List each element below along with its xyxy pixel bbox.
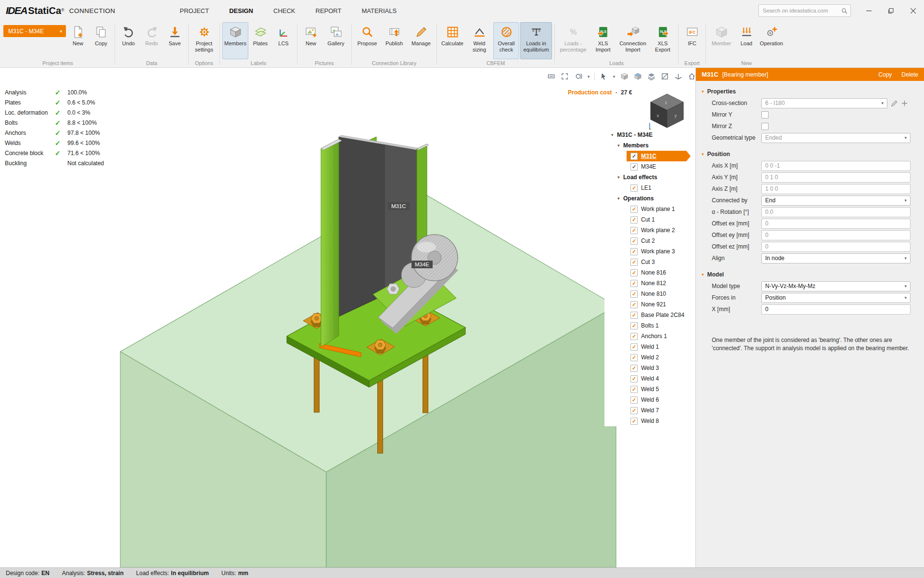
section-position[interactable]: ▾ Position	[702, 151, 924, 158]
menu-tab[interactable]: DESIGN	[221, 4, 261, 18]
edit-icon[interactable]	[891, 100, 898, 107]
tree-item-operation[interactable]: ✓ None 921	[604, 299, 695, 310]
property-input[interactable]: 0 0 -1	[761, 161, 911, 171]
plates-labels-toggle[interactable]: Plates	[249, 22, 271, 59]
menu-tab[interactable]: CHECK	[266, 4, 303, 18]
orbit-icon[interactable]	[573, 71, 584, 82]
visibility-checkbox[interactable]: ✓	[630, 259, 638, 266]
tree-item-member[interactable]: ✓ M34E	[604, 161, 695, 172]
visibility-checkbox[interactable]: ✓	[630, 206, 638, 213]
visibility-checkbox[interactable]: ✓	[630, 163, 638, 171]
visibility-checkbox[interactable]: ✓	[630, 269, 638, 276]
close-button[interactable]	[902, 0, 924, 21]
new-member-button[interactable]: Member	[708, 22, 734, 59]
section-plane-icon[interactable]	[659, 71, 670, 82]
tree-item-operation[interactable]: ✓ Anchors 1	[604, 331, 695, 342]
ifc-export-button[interactable]: IFC IFC	[681, 22, 703, 59]
visibility-checkbox[interactable]: ✓	[630, 396, 638, 404]
menu-tab[interactable]: PROJECT	[172, 4, 217, 18]
tree-item-operation[interactable]: ✓ None 810	[604, 289, 695, 299]
select-mode-icon[interactable]	[598, 71, 609, 82]
menu-tab[interactable]: MATERIALS	[354, 4, 404, 18]
axes-icon[interactable]	[673, 71, 684, 82]
tree-item-operation[interactable]: ✓ Bolts 1	[604, 320, 695, 331]
visibility-checkbox[interactable]: ✓	[630, 333, 638, 340]
property-checkbox[interactable]	[761, 111, 769, 118]
expander-icon[interactable]: ▾	[617, 196, 623, 201]
orbit-caret-icon[interactable]: ▾	[586, 74, 591, 79]
tree-item-operation[interactable]: ✓ Weld 3	[604, 363, 695, 373]
new-picture-button[interactable]: New	[300, 22, 322, 59]
propose-button[interactable]: Propose	[354, 22, 380, 59]
tree-section-load-effects[interactable]: ▾ Load effects	[604, 172, 695, 183]
visibility-checkbox[interactable]: ✓	[630, 237, 638, 245]
visibility-checkbox[interactable]: ✓	[630, 312, 638, 319]
visibility-checkbox[interactable]: ✓	[630, 343, 638, 351]
xls-import-button[interactable]: XLS Import	[590, 22, 616, 59]
save-button[interactable]: Save	[164, 22, 186, 59]
property-select[interactable]: End▾	[761, 196, 911, 206]
visibility-checkbox[interactable]: ✓	[630, 227, 638, 234]
new-load-button[interactable]: Load	[735, 22, 757, 59]
copy-member-button[interactable]: Copy	[878, 71, 892, 78]
joint-selector[interactable]: M31C - M34E ▾	[3, 25, 66, 37]
property-select[interactable]: In node▾	[761, 253, 911, 263]
visibility-checkbox[interactable]: ✓	[630, 418, 638, 425]
loads-percentage-button[interactable]: % Loads - percentage	[557, 22, 589, 59]
new-project-item-button[interactable]: New	[67, 22, 89, 59]
search-input[interactable]	[762, 7, 841, 14]
tree-item-operation[interactable]: ✓ Weld 4	[604, 373, 695, 384]
tree-item-operation[interactable]: ✓ Cut 3	[604, 257, 695, 267]
visibility-checkbox[interactable]: ✓	[630, 153, 638, 160]
visibility-checkbox[interactable]: ✓	[630, 354, 638, 361]
project-settings-button[interactable]: Project settings	[191, 22, 217, 59]
tree-item-member[interactable]: ✓ M31C	[627, 151, 691, 161]
tree-item-operation[interactable]: ✓ Weld 8	[604, 416, 695, 426]
visibility-checkbox[interactable]: ✓	[630, 407, 638, 414]
section-model[interactable]: ▾ Model	[702, 271, 924, 278]
tree-item-operation[interactable]: ✓ Cut 1	[604, 214, 695, 225]
delete-member-button[interactable]: Delete	[901, 71, 918, 78]
visibility-checkbox[interactable]: ✓	[630, 375, 638, 382]
tree-root[interactable]: ▾ M31C - M34E	[604, 130, 695, 140]
visibility-checkbox[interactable]: ✓	[630, 184, 638, 192]
tree-item-operation[interactable]: ✓ Base Plate 2C84	[604, 310, 695, 320]
menu-tab[interactable]: REPORT	[308, 4, 349, 18]
expander-icon[interactable]: ▾	[611, 132, 617, 137]
tree-item-operation[interactable]: ✓ Weld 1	[604, 342, 695, 352]
expander-icon[interactable]: ▾	[617, 175, 623, 180]
tree-item-load-effect[interactable]: ✓ LE1	[604, 183, 695, 193]
redo-button[interactable]: Redo	[141, 22, 163, 59]
minimize-button[interactable]	[858, 0, 880, 21]
tree-item-operation[interactable]: ✓ Work plane 3	[604, 246, 695, 257]
manage-button[interactable]: Manage	[408, 22, 434, 59]
property-input[interactable]: 1 0 0	[761, 184, 911, 194]
property-input[interactable]: 0	[761, 242, 911, 252]
weld-sizing-button[interactable]: Weld sizing	[466, 22, 492, 59]
tree-item-operation[interactable]: ✓ Weld 2	[604, 352, 695, 363]
tree-item-operation[interactable]: ✓ None 816	[604, 267, 695, 278]
tree-item-operation[interactable]: ✓ Weld 6	[604, 394, 695, 405]
lcs-labels-toggle[interactable]: LCS	[272, 22, 295, 59]
tree-item-operation[interactable]: ✓ Weld 5	[604, 384, 695, 394]
property-checkbox[interactable]	[761, 123, 769, 130]
property-select[interactable]: N-Vy-Vz-Mx-My-Mz▾	[761, 281, 911, 291]
maximize-button[interactable]	[880, 0, 902, 21]
fit-points-icon[interactable]	[546, 71, 557, 82]
gallery-button[interactable]: Gallery	[323, 22, 349, 59]
expander-icon[interactable]: ▾	[617, 143, 623, 148]
publish-button[interactable]: Publish	[381, 22, 407, 59]
connection-import-button[interactable]: Connection Import	[617, 22, 649, 59]
visibility-checkbox[interactable]: ✓	[630, 216, 638, 223]
visibility-checkbox[interactable]: ✓	[630, 280, 638, 287]
layers-icon[interactable]	[646, 71, 657, 82]
shaded-view-icon[interactable]	[632, 71, 643, 82]
tree-item-operation[interactable]: ✓ None 812	[604, 278, 695, 289]
property-input[interactable]: 0	[761, 230, 911, 240]
select-caret-icon[interactable]: ▾	[612, 74, 616, 79]
visibility-checkbox[interactable]: ✓	[630, 290, 638, 298]
overall-check-button[interactable]: Overall check	[493, 22, 519, 59]
loads-in-equilibrium-toggle[interactable]: Loads in equilibrium	[520, 22, 552, 59]
property-input[interactable]: 0 1 0	[761, 172, 911, 183]
property-select[interactable]: Ended▾	[761, 133, 911, 143]
